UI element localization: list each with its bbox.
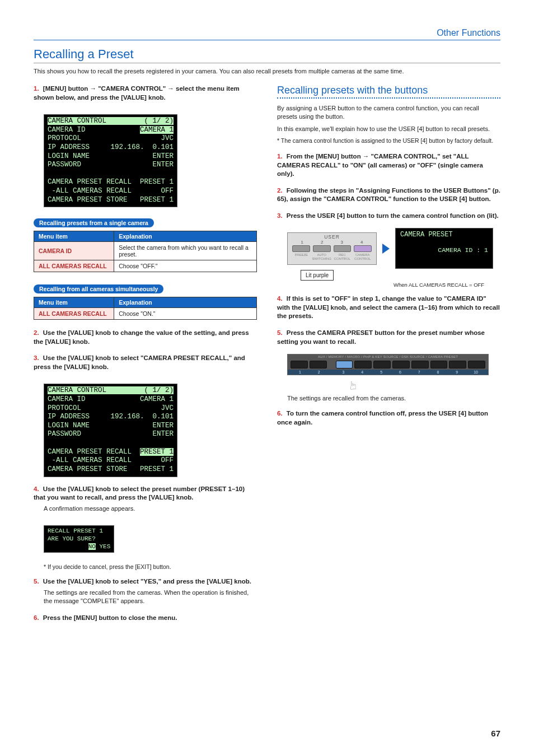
step-number: 2. <box>34 329 39 336</box>
user-button-2 <box>313 245 331 252</box>
step-number: 2. <box>277 187 283 194</box>
step-number: 1. <box>34 85 39 92</box>
strip-label: AUX / MEMORY / MACRO / PinP & KEY SOURCE… <box>288 354 488 359</box>
step-number: 5. <box>34 578 39 585</box>
left-column: 1. [MENU] button → "CAMERA CONTROL" → se… <box>34 85 257 630</box>
table-single-camera: Menu itemExplanationCAMERA IDSelect the … <box>34 231 257 272</box>
preset-button-5 <box>373 361 391 368</box>
right-step-5-body: The settings are recalled from the camer… <box>287 394 500 403</box>
user-button-3 <box>334 245 352 252</box>
lcd-confirm: RECALL PRESET 1 ARE YOU SURE? NO YES <box>44 525 114 553</box>
play-arrow-icon <box>382 244 390 254</box>
right-step-3: Press the USER [4] button to turn the ca… <box>287 212 499 219</box>
preset-button-9 <box>449 361 466 368</box>
user-button-4 <box>354 245 372 252</box>
lcd-screen-1: CAMERA CONTROL ( 1/ 2) CAMERA ID CAMERA … <box>44 114 177 207</box>
cancel-note: * If you decide to cancel, press the [EX… <box>44 563 257 571</box>
right-step-4: If this is set to "OFF" in step 1, chang… <box>277 295 500 319</box>
user-button-1 <box>292 245 310 252</box>
step-2-text: Use the [VALUE] knob to change the value… <box>34 329 249 345</box>
step-4-text: Use the [VALUE] knob to select the prese… <box>34 486 245 501</box>
step-number: 6. <box>34 614 39 621</box>
subsection-pill-single: Recalling presets from a single camera <box>34 218 154 227</box>
lcd-screen-2: CAMERA CONTROL ( 1/ 2) CAMERA ID CAMERA … <box>44 384 177 477</box>
lcd-preset-value: CAMERA ID : 1 <box>400 239 488 254</box>
user-button-figure: USER 1234 FREEZEAUTOSWITCHINGRECCONTROLC… <box>287 228 500 269</box>
step-number: 4. <box>34 486 39 492</box>
subsection-title: Recalling presets with the buttons <box>277 85 500 96</box>
right-step-6: To turn the camera control function off,… <box>277 410 488 426</box>
preset-button-6 <box>392 361 410 368</box>
table-all-cameras: Menu itemExplanationALL CAMERAS RECALLCh… <box>34 297 257 320</box>
step-number: 4. <box>277 295 283 302</box>
dotted-rule <box>277 97 500 99</box>
preset-button-4 <box>354 361 372 368</box>
step-number: 1. <box>277 153 283 160</box>
step-5-body: The settings are recalled from the camer… <box>44 589 257 606</box>
preset-button-8 <box>430 361 448 368</box>
step-5-text: Use the [VALUE] knob to select "YES," an… <box>43 578 251 585</box>
lcd-camera-preset: CAMERA PRESET CAMERA ID : 1 <box>395 228 493 269</box>
subsection-pill-all: Recalling from all cameras simultaneousl… <box>34 284 163 293</box>
step-number: 3. <box>34 354 39 361</box>
user-panel-diagram: USER 1234 FREEZEAUTOSWITCHINGRECCONTROLC… <box>287 232 377 264</box>
preset-button-strip: AUX / MEMORY / MACRO / PinP & KEY SOURCE… <box>287 354 489 375</box>
user-panel-title: USER <box>288 233 376 240</box>
right-column: Recalling presets with the buttons By as… <box>277 85 500 630</box>
step-4-body: A confirmation message appears. <box>44 505 257 513</box>
page-number: 67 <box>491 729 500 738</box>
section-header: Other Functions <box>34 28 500 40</box>
right-step-1: From the [MENU] button → "CAMERA CONTROL… <box>277 153 483 177</box>
page-title: Recalling a Preset <box>34 47 500 63</box>
preset-button-1 <box>291 361 308 368</box>
lcd-preset-header: CAMERA PRESET <box>400 231 488 239</box>
step-1-text: [MENU] button → "CAMERA CONTROL" → selec… <box>34 85 240 101</box>
intro-text: This shows you how to recall the presets… <box>34 68 500 74</box>
preset-button-10 <box>468 361 485 368</box>
callout-lit-purple: Lit purple <box>301 270 334 281</box>
step-number: 6. <box>277 410 283 417</box>
right-step-2: Following the steps in "Assigning Functi… <box>277 187 500 203</box>
step-number: 5. <box>277 329 283 336</box>
preset-button-7 <box>411 361 429 368</box>
pointer-icon: ☟ <box>350 379 357 392</box>
right-step-5: Press the CAMERA PRESET button for the p… <box>277 329 485 345</box>
step-6-text: Press the [MENU] button to close the men… <box>43 614 177 621</box>
preset-button-2 <box>310 361 327 368</box>
figure-caption: When ALL CAMERAS RECALL = OFF <box>394 282 500 288</box>
right-p2: In this example, we'll explain how to us… <box>277 125 500 133</box>
preset-button-3 <box>336 361 353 368</box>
step-number: 3. <box>277 212 283 219</box>
right-p1: By assigning a USER button to the camera… <box>277 104 500 122</box>
step-3-text: Use the [VALUE] knob to select "CAMERA P… <box>34 354 245 370</box>
right-note1: * The camera control function is assigne… <box>277 137 500 144</box>
